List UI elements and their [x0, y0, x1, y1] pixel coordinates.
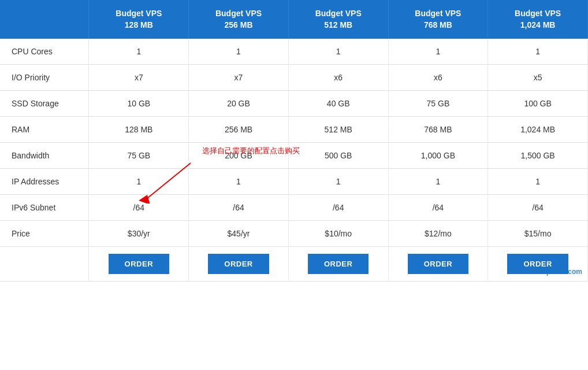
table-row: Price$30/yr$45/yr$10/mo$12/mo$15/mo: [0, 221, 588, 247]
cell-row2-col5: 100 GB: [488, 91, 588, 117]
row-label: Bandwidth: [0, 143, 89, 169]
row-label: SSD Storage: [0, 91, 89, 117]
table-row: IP Addresses11111: [0, 169, 588, 195]
order-label-cell: [0, 247, 89, 282]
header-col-5: Budget VPS 1,024 MB: [488, 0, 588, 39]
cell-row7-col3: $10/mo: [288, 221, 388, 247]
cell-row5-col5: 1: [488, 169, 588, 195]
order-button-4[interactable]: ORDER: [408, 254, 468, 274]
row-label: Price: [0, 221, 89, 247]
order-button-3[interactable]: ORDER: [308, 254, 369, 274]
annotation-arrow: [133, 157, 202, 204]
header-label-col: [0, 0, 89, 39]
order-cell-3: ORDER: [288, 247, 388, 282]
cell-row3-col4: 768 MB: [388, 117, 488, 143]
cell-row4-col3: 500 GB: [288, 143, 388, 169]
cell-row0-col4: 1: [388, 39, 488, 65]
cell-row0-col5: 1: [488, 39, 588, 65]
cell-row1-col2: x7: [189, 65, 289, 91]
row-label: IP Addresses: [0, 169, 89, 195]
cell-row3-col1: 128 MB: [89, 117, 189, 143]
row-label: CPU Cores: [0, 39, 89, 65]
table-row: I/O Priorityx7x7x6x6x5: [0, 65, 588, 91]
cell-row7-col1: $30/yr: [89, 221, 189, 247]
cell-row6-col2: /64: [189, 195, 289, 221]
cell-row1-col1: x7: [89, 65, 189, 91]
cell-row2-col4: 75 GB: [388, 91, 488, 117]
cell-row6-col5: /64: [488, 195, 588, 221]
header-col-1: Budget VPS 128 MB: [89, 0, 189, 39]
order-cell-4: ORDER: [388, 247, 488, 282]
header-col-2: Budget VPS 256 MB: [189, 0, 289, 39]
annotation-row: 选择自己需要的配置点击购买: [0, 195, 588, 195]
cell-row7-col5: $15/mo: [488, 221, 588, 247]
svg-line-0: [144, 163, 191, 201]
cell-row1-col3: x6: [288, 65, 388, 91]
pricing-table: Budget VPS 128 MB Budget VPS 256 MB Budg…: [0, 0, 588, 282]
cell-row6-col4: /64: [388, 195, 488, 221]
cell-row5-col3: 1: [288, 169, 388, 195]
header-col-3: Budget VPS 512 MB: [288, 0, 388, 39]
cell-row7-col2: $45/yr: [189, 221, 289, 247]
cell-row0-col3: 1: [288, 39, 388, 65]
watermark: www.vps234.com: [524, 268, 582, 276]
pricing-table-container: Budget VPS 128 MB Budget VPS 256 MB Budg…: [0, 0, 588, 282]
order-cell-1: ORDER: [89, 247, 189, 282]
table-row: CPU Cores11111: [0, 39, 588, 65]
cell-row3-col3: 512 MB: [288, 117, 388, 143]
header-col-4: Budget VPS 768 MB: [388, 0, 488, 39]
cell-row3-col2: 256 MB: [189, 117, 289, 143]
order-button-2[interactable]: ORDER: [208, 254, 269, 274]
order-cell-2: ORDER: [189, 247, 289, 282]
cell-row2-col3: 40 GB: [288, 91, 388, 117]
svg-marker-1: [139, 195, 150, 204]
row-label: RAM: [0, 117, 89, 143]
cell-row5-col2: 1: [189, 169, 289, 195]
order-cell-5: ORDER: [488, 247, 588, 282]
cell-row1-col5: x5: [488, 65, 588, 91]
cell-row2-col1: 10 GB: [89, 91, 189, 117]
cell-row6-col3: /64: [288, 195, 388, 221]
cell-row5-col4: 1: [388, 169, 488, 195]
annotation-text: 选择自己需要的配置点击购买: [202, 146, 300, 156]
cell-row7-col4: $12/mo: [388, 221, 488, 247]
order-row: ORDERORDERORDERORDERORDER: [0, 247, 588, 282]
cell-row4-col5: 1,500 GB: [488, 143, 588, 169]
table-row: IPv6 Subnet/64/64/64/64/64: [0, 195, 588, 221]
order-button-1[interactable]: ORDER: [109, 254, 169, 274]
row-label: IPv6 Subnet: [0, 195, 89, 221]
cell-row4-col4: 1,000 GB: [388, 143, 488, 169]
cell-row0-col2: 1: [189, 39, 289, 65]
cell-row1-col4: x6: [388, 65, 488, 91]
cell-row3-col5: 1,024 MB: [488, 117, 588, 143]
table-row: SSD Storage10 GB20 GB40 GB75 GB100 GB: [0, 91, 588, 117]
row-label: I/O Priority: [0, 65, 89, 91]
cell-row0-col1: 1: [89, 39, 189, 65]
table-row: RAM128 MB256 MB512 MB768 MB1,024 MB: [0, 117, 588, 143]
cell-row2-col2: 20 GB: [189, 91, 289, 117]
header-row: Budget VPS 128 MB Budget VPS 256 MB Budg…: [0, 0, 588, 39]
